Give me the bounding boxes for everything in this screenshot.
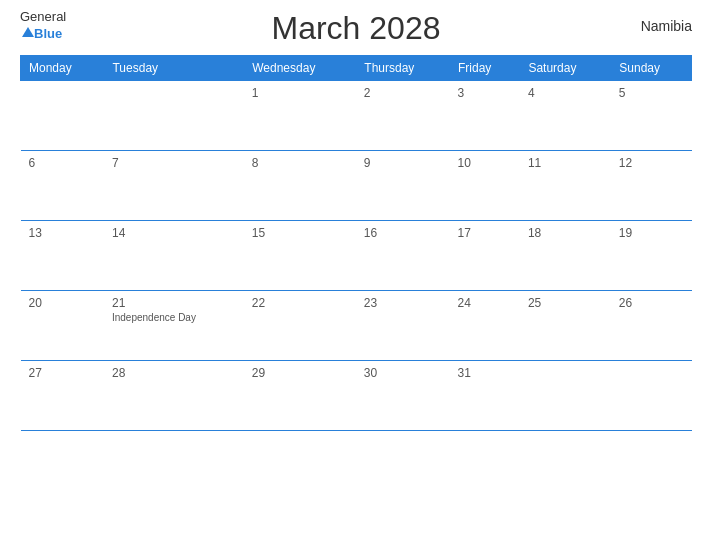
calendar-day-cell: 15: [244, 221, 356, 291]
calendar-day-cell: 12: [611, 151, 692, 221]
calendar-day-cell: 4: [520, 81, 611, 151]
calendar-week-row: 2728293031: [21, 361, 692, 431]
days-of-week-row: MondayTuesdayWednesdayThursdayFridaySatu…: [21, 56, 692, 81]
calendar-day-cell: 22: [244, 291, 356, 361]
day-number: 5: [619, 86, 684, 100]
calendar-event: Independence Day: [112, 312, 236, 323]
calendar-day-cell: 26: [611, 291, 692, 361]
calendar-body: 123456789101112131415161718192021Indepen…: [21, 81, 692, 431]
day-number: 22: [252, 296, 348, 310]
calendar-day-cell: 24: [450, 291, 520, 361]
logo-triangle-icon: [22, 27, 34, 37]
logo-blue-text: Blue: [20, 24, 66, 42]
calendar-day-cell: 8: [244, 151, 356, 221]
calendar-header: General Blue March 2028 Namibia: [20, 10, 692, 47]
calendar-table: MondayTuesdayWednesdayThursdayFridaySatu…: [20, 55, 692, 431]
day-number: 12: [619, 156, 684, 170]
calendar-week-row: 6789101112: [21, 151, 692, 221]
day-of-week-header: Friday: [450, 56, 520, 81]
day-number: 10: [458, 156, 512, 170]
day-number: 29: [252, 366, 348, 380]
day-number: 25: [528, 296, 603, 310]
calendar-day-cell: 27: [21, 361, 104, 431]
calendar-day-cell: [520, 361, 611, 431]
calendar-day-cell: 6: [21, 151, 104, 221]
day-number: 26: [619, 296, 684, 310]
day-number: 23: [364, 296, 442, 310]
day-number: 28: [112, 366, 236, 380]
day-number: 19: [619, 226, 684, 240]
logo: General Blue: [20, 10, 66, 42]
calendar-week-row: 13141516171819: [21, 221, 692, 291]
day-number: 14: [112, 226, 236, 240]
calendar-day-cell: 2: [356, 81, 450, 151]
day-of-week-header: Tuesday: [104, 56, 244, 81]
day-of-week-header: Sunday: [611, 56, 692, 81]
calendar-day-cell: 17: [450, 221, 520, 291]
day-number: 30: [364, 366, 442, 380]
day-number: 7: [112, 156, 236, 170]
calendar-day-cell: 3: [450, 81, 520, 151]
day-number: 24: [458, 296, 512, 310]
calendar-day-cell: 30: [356, 361, 450, 431]
day-number: 4: [528, 86, 603, 100]
day-number: 13: [29, 226, 96, 240]
calendar-day-cell: 25: [520, 291, 611, 361]
day-number: 8: [252, 156, 348, 170]
calendar-day-cell: 10: [450, 151, 520, 221]
day-of-week-header: Wednesday: [244, 56, 356, 81]
calendar-day-cell: 19: [611, 221, 692, 291]
day-number: 9: [364, 156, 442, 170]
calendar-header-row: MondayTuesdayWednesdayThursdayFridaySatu…: [21, 56, 692, 81]
calendar-day-cell: 9: [356, 151, 450, 221]
logo-general-text: General: [20, 10, 66, 24]
day-number: 21: [112, 296, 236, 310]
calendar-day-cell: 28: [104, 361, 244, 431]
day-of-week-header: Thursday: [356, 56, 450, 81]
day-number: 2: [364, 86, 442, 100]
calendar-day-cell: 21Independence Day: [104, 291, 244, 361]
calendar-day-cell: 16: [356, 221, 450, 291]
day-number: 3: [458, 86, 512, 100]
calendar-day-cell: [21, 81, 104, 151]
country-label: Namibia: [641, 18, 692, 34]
day-number: 20: [29, 296, 96, 310]
calendar-day-cell: 18: [520, 221, 611, 291]
calendar-day-cell: 29: [244, 361, 356, 431]
calendar-day-cell: 31: [450, 361, 520, 431]
page-title: March 2028: [272, 10, 441, 47]
day-number: 6: [29, 156, 96, 170]
day-number: 1: [252, 86, 348, 100]
calendar-week-row: 2021Independence Day2223242526: [21, 291, 692, 361]
day-number: 18: [528, 226, 603, 240]
calendar-day-cell: 14: [104, 221, 244, 291]
day-number: 31: [458, 366, 512, 380]
calendar-day-cell: [104, 81, 244, 151]
calendar-week-row: 12345: [21, 81, 692, 151]
calendar-day-cell: 7: [104, 151, 244, 221]
calendar-day-cell: [611, 361, 692, 431]
calendar-day-cell: 5: [611, 81, 692, 151]
day-number: 15: [252, 226, 348, 240]
day-of-week-header: Monday: [21, 56, 104, 81]
calendar-day-cell: 23: [356, 291, 450, 361]
calendar-day-cell: 1: [244, 81, 356, 151]
day-number: 17: [458, 226, 512, 240]
day-of-week-header: Saturday: [520, 56, 611, 81]
day-number: 27: [29, 366, 96, 380]
day-number: 11: [528, 156, 603, 170]
calendar-day-cell: 11: [520, 151, 611, 221]
calendar-day-cell: 13: [21, 221, 104, 291]
calendar-day-cell: 20: [21, 291, 104, 361]
day-number: 16: [364, 226, 442, 240]
